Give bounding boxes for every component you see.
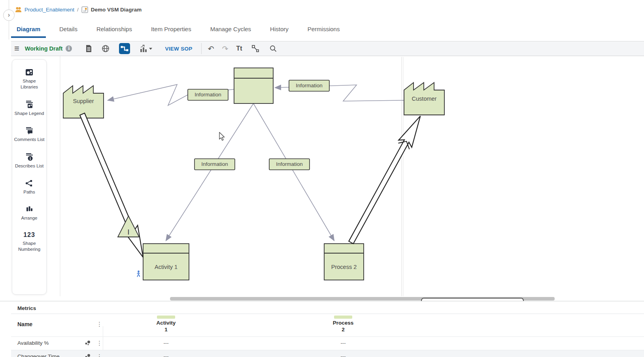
menu-hamburger-icon[interactable]: ≡ [14, 43, 19, 54]
shape-libraries-icon [25, 68, 34, 76]
undo-icon[interactable]: ↶ [208, 44, 214, 53]
breadcrumb-project-link[interactable]: Product_Enablement [25, 7, 74, 13]
tab-manage-cycles[interactable]: Manage Cycles [205, 19, 257, 39]
metrics-column-activity1: Activity 1 [150, 316, 182, 333]
tab-history[interactable]: History [264, 19, 294, 39]
working-draft-status: Working Draft [25, 45, 63, 52]
metric-value-process2: --- [327, 340, 359, 346]
comments-list-icon [25, 127, 34, 135]
expand-panel-button[interactable]: › [3, 9, 15, 21]
app-window: › Product_Enablement / Demo VSM Diagram … [0, 0, 644, 357]
describes-list-icon [25, 153, 34, 161]
diagram-toolbar: ≡ Working Draft i VIEW SOP ↶ ↷ Tt [11, 41, 644, 56]
vsm-diagram-svg: Supplier Customer Activity 1 [59, 56, 644, 297]
shape-numbering-icon: 123 [23, 231, 35, 239]
svg-text:Activity 1: Activity 1 [155, 264, 178, 270]
activity1-node[interactable]: Activity 1 [143, 244, 189, 280]
info-label-2[interactable]: Information [289, 80, 329, 91]
metrics-name-kebab-icon[interactable]: ⋮ [96, 321, 102, 327]
metrics-title: Metrics [17, 305, 36, 311]
metrics-row-availability: Availability % ⋮ --- --- [11, 336, 644, 350]
svg-text:Information: Information [296, 83, 323, 88]
sidebar-item-arrange[interactable]: Arrange [13, 205, 45, 221]
canvas-side-panel: Shape Libraries Shape Legend Comments Li… [12, 59, 47, 295]
svg-text:Information: Information [201, 161, 228, 167]
metric-name: Changeover Time [17, 353, 60, 357]
search-icon[interactable] [269, 45, 277, 53]
svg-text:Information: Information [195, 92, 221, 98]
breadcrumb-separator: / [77, 7, 79, 13]
metric-kebab-icon[interactable]: ⋮ [96, 340, 102, 346]
customer-node[interactable]: Customer [404, 83, 444, 115]
sidebar-item-shape-legend[interactable]: Shape Legend [13, 100, 45, 116]
globe-icon[interactable] [102, 45, 110, 53]
information-connectors [108, 85, 404, 241]
metrics-panel: Metrics Name ⋮ Activity 1 Process 2 Avai… [0, 301, 644, 357]
connector-mode-button[interactable] [119, 43, 130, 54]
view-sop-button[interactable]: VIEW SOP [165, 46, 192, 52]
connector-control-to-activity1 [166, 103, 253, 241]
info-label-1[interactable]: Information [188, 89, 228, 100]
svg-text:Process 2: Process 2 [331, 264, 357, 270]
svg-text:I: I [127, 228, 129, 236]
link-nodes-icon[interactable] [251, 44, 260, 53]
project-users-icon [15, 7, 22, 13]
breadcrumb-current-item: Demo VSM Diagram [91, 7, 142, 13]
diagram-item-icon [81, 6, 88, 13]
inventory-triangle-node[interactable]: I [118, 216, 139, 237]
svg-text:Information: Information [276, 161, 303, 167]
toolbar-divider [201, 43, 202, 54]
metric-kebab-icon[interactable]: ⋮ [96, 353, 102, 357]
redo-icon[interactable]: ↷ [222, 44, 229, 53]
tab-permissions[interactable]: Permissions [302, 19, 346, 39]
process2-node[interactable]: Process 2 [324, 244, 364, 280]
info-label-4[interactable]: Information [269, 159, 310, 170]
status-info-icon[interactable]: i [66, 45, 72, 52]
tab-relationships[interactable]: Relationships [91, 19, 138, 39]
tab-item-properties[interactable]: Item Properties [145, 19, 197, 39]
chart-dropdown-icon[interactable] [140, 44, 154, 53]
shipment-arrow-process2-to-customer[interactable] [344, 113, 427, 246]
breadcrumb: Product_Enablement / Demo VSM Diagram [15, 5, 142, 14]
shape-legend-icon [25, 100, 34, 109]
activity1-color-swatch [157, 316, 175, 319]
person-icon [137, 271, 140, 277]
tab-diagram[interactable]: Diagram [11, 19, 46, 39]
metric-value-process2: --- [327, 353, 359, 357]
mouse-cursor [219, 132, 225, 140]
metric-value-activity1: --- [150, 340, 182, 346]
metric-name: Availability % [17, 340, 49, 346]
sidebar-item-paths[interactable]: Paths [13, 179, 45, 195]
process2-color-swatch [334, 316, 352, 319]
tab-details[interactable]: Details [54, 19, 83, 39]
tab-bar: Diagram Details Relationships Item Prope… [11, 19, 353, 39]
production-control-node[interactable] [234, 68, 273, 103]
metrics-header-row: Name ⋮ Activity 1 Process 2 [11, 314, 644, 336]
sidebar-item-shape-libraries[interactable]: Shape Libraries [13, 68, 45, 90]
diagram-canvas[interactable]: Shape Libraries Shape Legend Comments Li… [0, 56, 644, 297]
info-label-3[interactable]: Information [195, 159, 235, 170]
metrics-row-changeover: Changeover Time ⋮ --- --- [11, 350, 644, 357]
connector-control-to-process2 [253, 103, 334, 241]
svg-text:Supplier: Supplier [73, 98, 94, 104]
document-icon[interactable] [85, 45, 92, 53]
text-style-icon[interactable]: Tt [236, 45, 242, 52]
sidebar-item-shape-numbering[interactable]: 123 Shape Numbering [13, 231, 45, 252]
arrange-icon [25, 205, 34, 213]
sidebar-item-comments-list[interactable]: Comments List [13, 127, 45, 143]
metric-link-icon[interactable] [85, 340, 91, 347]
metrics-name-header: Name [17, 321, 32, 327]
metric-link-icon[interactable] [85, 353, 91, 357]
sidebar-item-describes-list[interactable]: Describes List [13, 153, 45, 169]
svg-text:Customer: Customer [412, 96, 437, 102]
metric-value-activity1: --- [150, 353, 182, 357]
shipment-arrow-supplier-to-activity1[interactable] [76, 111, 150, 261]
paths-icon [25, 179, 34, 187]
metrics-column-process2: Process 2 [327, 316, 359, 333]
